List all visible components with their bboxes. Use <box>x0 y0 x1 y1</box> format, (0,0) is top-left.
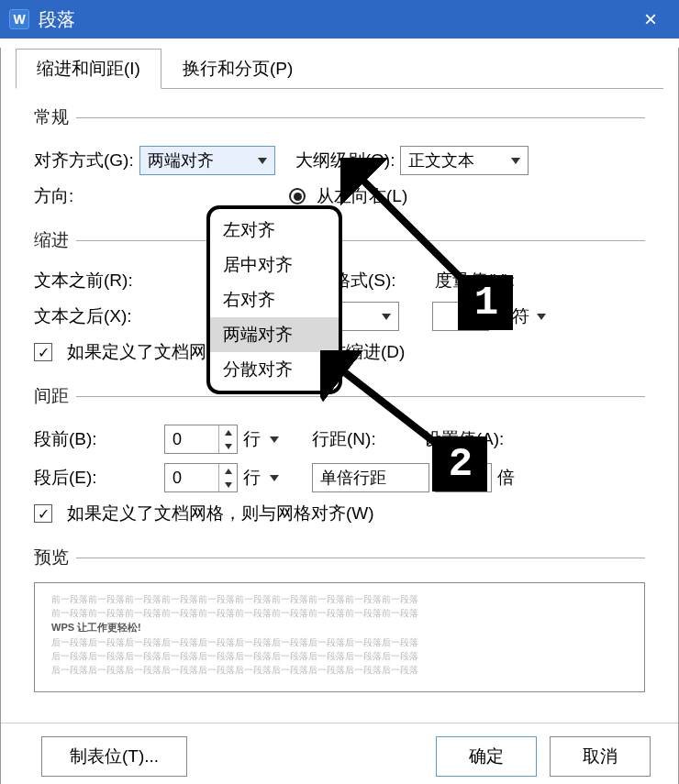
button-bar: 制表位(T)... 确定 取消 <box>1 723 678 777</box>
before-spacing-value: 0 <box>173 430 218 449</box>
tab-indent-spacing[interactable]: 缩进和间距(I) <box>16 49 161 89</box>
section-preview: 预览 前一段落前一段落前一段落前一段落前一段落前一段落前一段落前一段落前一段落前… <box>34 546 645 692</box>
chevron-down-icon[interactable] <box>270 475 279 481</box>
after-spacing-label: 段后(E): <box>34 466 126 490</box>
spacing-grid-label: 如果定义了文档网格，则与网格对齐(W) <box>67 502 374 525</box>
chevron-down-icon[interactable] <box>270 436 279 443</box>
setvalue-unit: 倍 <box>497 466 515 490</box>
chevron-down-icon <box>511 158 520 164</box>
preview-box: 前一段落前一段落前一段落前一段落前一段落前一段落前一段落前一段落前一段落前一段落… <box>34 582 645 692</box>
spinner-icon <box>218 425 237 453</box>
alignment-value: 两端对齐 <box>148 149 254 171</box>
chevron-down-icon <box>258 158 267 164</box>
after-spacing-value: 0 <box>173 469 218 488</box>
app-icon: W <box>9 9 29 29</box>
spinner-icon <box>218 464 237 491</box>
section-spacing-legend: 间距 <box>34 384 76 408</box>
titlebar: W 段落 × <box>0 0 679 39</box>
alignment-option-center[interactable]: 居中对齐 <box>210 248 339 282</box>
text-after-label: 文本之后(X): <box>34 304 142 328</box>
radio-ltr[interactable] <box>289 188 306 204</box>
window-title: 段落 <box>39 7 631 32</box>
annotation-marker-2: 2 <box>432 436 487 491</box>
before-spacing-spinner[interactable]: 0 <box>164 425 238 454</box>
alignment-option-right[interactable]: 右对齐 <box>210 282 339 317</box>
alignment-option-justify[interactable]: 两端对齐 <box>210 317 339 352</box>
cancel-button[interactable]: 取消 <box>550 736 651 777</box>
alignment-combo[interactable]: 两端对齐 <box>139 146 275 175</box>
tab-line-page-breaks[interactable]: 换行和分页(P) <box>161 49 314 89</box>
annotation-marker-1: 1 <box>458 275 513 330</box>
close-button[interactable]: × <box>631 6 670 32</box>
direction-label: 方向: <box>34 184 133 208</box>
alignment-option-distribute[interactable]: 分散对齐 <box>210 352 339 387</box>
chevron-down-icon[interactable] <box>537 314 546 320</box>
section-general-legend: 常规 <box>34 105 76 129</box>
text-before-label: 文本之前(R): <box>34 269 142 293</box>
tabstops-button[interactable]: 制表位(T)... <box>41 736 187 777</box>
alignment-label: 对齐方式(G): <box>34 149 134 172</box>
indent-grid-checkbox[interactable]: ✓ <box>34 343 52 361</box>
dialog-body: 缩进和间距(I) 换行和分页(P) 常规 对齐方式(G): 两端对齐 大纲级别(… <box>0 48 679 784</box>
before-spacing-label: 段前(B): <box>34 427 126 451</box>
section-indent-legend: 缩进 <box>34 228 76 252</box>
before-spacing-unit: 行 <box>243 427 261 451</box>
tab-bar: 缩进和间距(I) 换行和分页(P) <box>16 48 663 89</box>
after-spacing-spinner[interactable]: 0 <box>164 463 238 492</box>
section-preview-legend: 预览 <box>34 546 76 569</box>
after-spacing-unit: 行 <box>243 466 261 490</box>
ok-button[interactable]: 确定 <box>436 736 537 777</box>
section-general: 常规 对齐方式(G): 两端对齐 大纲级别(O): 正文文本 方向: 从左向右(… <box>34 105 645 217</box>
spacing-grid-checkbox[interactable]: ✓ <box>34 504 52 523</box>
alignment-option-left[interactable]: 左对齐 <box>210 213 339 248</box>
